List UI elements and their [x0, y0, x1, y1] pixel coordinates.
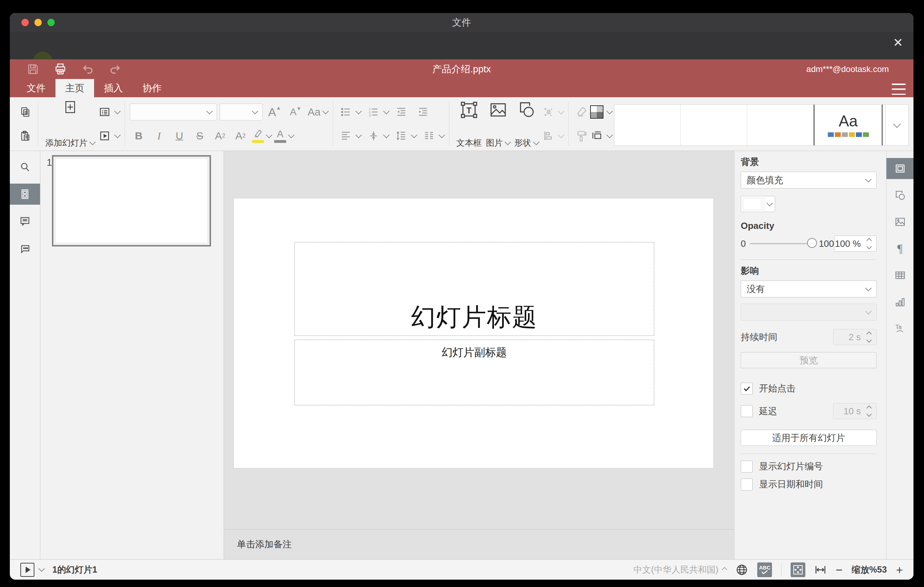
tab-home[interactable]: 主页: [56, 79, 94, 97]
slide-size-icon[interactable]: [589, 127, 604, 145]
comments-icon[interactable]: [10, 211, 40, 232]
columns-icon[interactable]: [421, 127, 437, 145]
font-name-select[interactable]: [130, 104, 217, 120]
image-settings-icon[interactable]: [886, 211, 914, 232]
close-icon[interactable]: ✕: [890, 35, 906, 50]
highlight-color-button[interactable]: [252, 127, 271, 145]
theme-tile-selected[interactable]: Aa: [813, 104, 883, 146]
copy-icon[interactable]: [18, 103, 33, 121]
slides-panel-icon[interactable]: [10, 184, 40, 204]
vertical-align-icon[interactable]: [366, 127, 381, 145]
start-on-click-checkbox[interactable]: [741, 383, 753, 395]
decrease-indent-icon[interactable]: [394, 103, 409, 121]
close-traffic-button[interactable]: [21, 19, 29, 26]
maximize-traffic-button[interactable]: [48, 19, 55, 26]
zoom-in-icon[interactable]: +: [896, 564, 903, 576]
insert-textbox-button[interactable]: T 文本框: [454, 97, 484, 151]
window-title: 文件: [452, 16, 471, 29]
insert-image-button[interactable]: 图片: [484, 97, 512, 151]
bullets-icon[interactable]: [338, 103, 353, 121]
language-selector[interactable]: 中文(中华人民共和国): [634, 564, 727, 575]
superscript-button[interactable]: A2: [211, 127, 229, 145]
theme-tile[interactable]: [883, 105, 885, 145]
fit-slide-icon[interactable]: [790, 562, 805, 577]
redo-icon[interactable]: [109, 63, 122, 76]
opacity-spinner[interactable]: 100 %: [834, 236, 876, 252]
slide-settings-icon[interactable]: [886, 158, 914, 179]
fill-type-select[interactable]: 颜色填充: [741, 171, 876, 188]
tab-file[interactable]: 文件: [17, 79, 56, 97]
effect-select[interactable]: 没有: [741, 280, 876, 297]
line-spacing-icon[interactable]: [394, 127, 409, 145]
document-title: 产品介绍.pptx: [10, 63, 914, 76]
chart-settings-icon[interactable]: [886, 292, 914, 312]
decrement-font-size-button[interactable]: A▼: [287, 103, 305, 121]
fit-width-icon[interactable]: [815, 564, 827, 576]
show-slide-number-checkbox[interactable]: [741, 461, 753, 473]
opacity-slider-thumb[interactable]: [807, 238, 817, 248]
save-icon[interactable]: [27, 63, 39, 76]
add-slide-label: 添加幻灯片: [45, 137, 87, 148]
minimize-traffic-button[interactable]: [35, 19, 42, 26]
color-scheme-icon[interactable]: [589, 103, 604, 121]
tab-insert[interactable]: 插入: [94, 79, 133, 97]
italic-button[interactable]: I: [150, 127, 168, 145]
image-label: 图片: [486, 137, 503, 148]
document-language-icon[interactable]: [736, 564, 748, 576]
font-size-select[interactable]: [220, 104, 262, 120]
underline-button[interactable]: U: [171, 127, 188, 145]
duration-spinner[interactable]: 2 s: [833, 329, 876, 345]
background-color-picker[interactable]: [741, 196, 775, 212]
chat-icon[interactable]: [10, 238, 40, 259]
slide-subtitle: 幻灯片副标题: [442, 345, 507, 360]
slide-thumbnail[interactable]: [52, 155, 211, 246]
theme-swatches: [828, 132, 869, 137]
paragraph-settings-icon[interactable]: ¶: [886, 238, 914, 259]
strikeout-button[interactable]: S: [191, 127, 208, 145]
font-color-button[interactable]: A: [274, 127, 294, 145]
arrange-shape-icon[interactable]: [541, 103, 556, 121]
subtitle-placeholder[interactable]: 幻灯片副标题: [294, 340, 654, 406]
slideshow-options-icon[interactable]: [38, 565, 45, 572]
paste-icon[interactable]: [18, 127, 33, 145]
clear-style-icon[interactable]: [574, 103, 589, 121]
theme-tile[interactable]: [747, 105, 813, 145]
notes-area[interactable]: 单击添加备注: [224, 529, 734, 559]
zoom-out-icon[interactable]: −: [835, 564, 843, 576]
insert-shape-button[interactable]: 形状: [512, 97, 541, 151]
slide-layout-icon[interactable]: [97, 103, 112, 121]
theme-gallery-expand-icon[interactable]: [886, 104, 909, 146]
show-date-time-checkbox[interactable]: [741, 478, 753, 490]
theme-tile[interactable]: [681, 105, 747, 145]
title-placeholder[interactable]: 幻灯片标题: [294, 242, 654, 336]
increment-font-size-button[interactable]: A▲: [266, 103, 284, 121]
effect-type-select[interactable]: [741, 304, 876, 320]
theme-tile[interactable]: [614, 105, 681, 145]
print-icon[interactable]: [54, 63, 67, 76]
change-case-button[interactable]: Aa: [307, 103, 328, 121]
search-icon[interactable]: [10, 157, 40, 178]
delay-spinner[interactable]: 10 s: [833, 403, 876, 419]
numbering-icon[interactable]: 1 2 3: [366, 103, 381, 121]
table-settings-icon[interactable]: [886, 265, 914, 286]
start-slideshow-icon[interactable]: [97, 127, 112, 145]
spellcheck-icon[interactable]: ABC: [757, 562, 772, 577]
align-shape-icon[interactable]: [541, 127, 556, 145]
undo-icon[interactable]: [81, 63, 94, 76]
horizontal-align-icon[interactable]: [338, 127, 353, 145]
apply-all-button[interactable]: 适用于所有幻灯片: [741, 430, 876, 446]
increase-indent-icon[interactable]: [415, 103, 431, 121]
start-slideshow-status-icon[interactable]: [20, 563, 35, 577]
menu-icon[interactable]: [892, 82, 906, 96]
opacity-slider[interactable]: [750, 243, 812, 244]
shape-settings-icon[interactable]: [886, 185, 914, 206]
slide-canvas[interactable]: 幻灯片标题 幻灯片副标题: [234, 198, 713, 468]
copy-style-icon[interactable]: [574, 127, 589, 145]
add-slide-button[interactable]: 添加幻灯片: [43, 97, 97, 151]
delay-checkbox[interactable]: [741, 405, 753, 417]
tab-collaboration[interactable]: 协作: [133, 79, 171, 97]
textart-settings-icon[interactable]: Ta: [886, 318, 914, 339]
bold-button[interactable]: B: [130, 127, 147, 145]
preview-button[interactable]: 预览: [741, 352, 876, 368]
subscript-button[interactable]: A2: [232, 127, 249, 145]
